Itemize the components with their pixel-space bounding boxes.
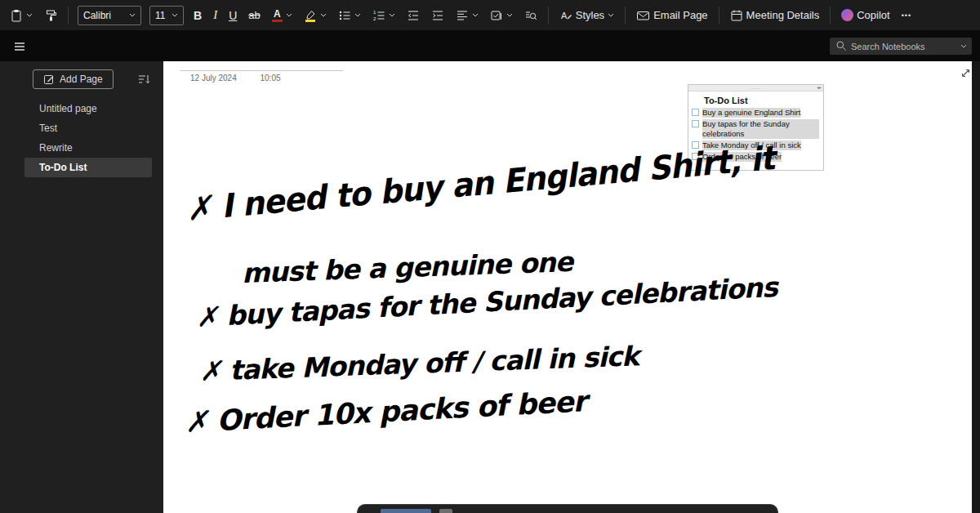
todo-checkbox[interactable] (692, 120, 699, 127)
bullet-list-icon (338, 9, 351, 22)
format-painter-icon (44, 9, 57, 22)
indent-button[interactable] (426, 4, 449, 27)
clipboard-icon (10, 9, 23, 22)
ink-toolbar-peek[interactable] (357, 504, 778, 513)
todo-item-row: Buy tapas for the Sunday celebrations (692, 119, 819, 139)
styles-icon: A (559, 9, 572, 22)
sidebar-page-item[interactable]: Test (24, 118, 152, 138)
outdent-icon (407, 9, 420, 22)
outdent-button[interactable] (402, 4, 425, 27)
email-page-button[interactable]: Email Page (631, 4, 712, 27)
onenote-app: Calibri 11 B I U ab A (0, 0, 980, 513)
todo-tag-icon (490, 9, 503, 22)
highlighter-icon (304, 9, 317, 22)
todo-item-text: Buy tapas for the Sunday celebrations (702, 119, 819, 139)
find-tags-icon (524, 9, 537, 22)
copilot-icon (841, 9, 853, 21)
sidebar-page-item[interactable]: To-Do List (24, 158, 152, 177)
chevron-down-icon (608, 13, 614, 17)
chevron-down-icon (286, 13, 292, 17)
outline-move-handle[interactable]: ∙∙∙∙ ◂▸ (688, 85, 823, 91)
styles-label: Styles (576, 9, 604, 21)
move-handle-dots-icon: ∙∙∙∙ (751, 85, 761, 91)
svg-text:A: A (561, 11, 568, 20)
pen-tool-icon[interactable] (381, 509, 431, 513)
handwritten-ink-line: ✗ Order 10x packs of beer (184, 385, 587, 439)
indent-icon (431, 9, 444, 22)
compose-icon (43, 74, 55, 85)
svg-text:2: 2 (373, 16, 376, 21)
styles-button[interactable]: A Styles (555, 4, 619, 27)
right-scroll-strip[interactable] (972, 61, 980, 513)
calendar-icon (730, 9, 743, 22)
todo-tag-button[interactable] (485, 4, 518, 27)
alignment-button[interactable] (451, 4, 483, 27)
toolbar-divider (68, 7, 69, 25)
page-date: 12 July 2024 (190, 74, 237, 83)
envelope-icon (636, 9, 650, 22)
bold-button[interactable]: B (189, 4, 207, 27)
toolbar-overflow-button[interactable]: ••• (897, 4, 916, 27)
font-color-button[interactable]: A (267, 4, 297, 27)
search-input[interactable] (830, 38, 972, 55)
page-sidebar: Add Page Untitled pageTestRewriteTo-Do L… (0, 61, 163, 513)
chevron-down-icon (389, 13, 395, 17)
toolbar-divider (625, 7, 626, 25)
handwritten-ink-line: ✗ take Monday off / call in sick (198, 340, 639, 387)
sidebar-page-item[interactable]: Untitled page (24, 99, 152, 118)
chevron-down-icon (506, 13, 513, 17)
ellipsis-icon: ••• (902, 11, 911, 20)
toolbar-divider (719, 7, 719, 25)
add-page-button[interactable]: Add Page (33, 69, 114, 89)
toolbar-divider (548, 7, 549, 25)
page-date-time: 12 July 2024 10:05 (190, 74, 281, 83)
eraser-tool-icon[interactable] (439, 509, 452, 513)
search-box[interactable] (830, 38, 972, 55)
hamburger-menu-icon (13, 40, 26, 53)
page-title-rule (180, 70, 343, 71)
italic-button[interactable]: I (208, 4, 222, 27)
svg-text:1: 1 (373, 10, 376, 15)
align-left-icon (456, 9, 469, 22)
font-size-select[interactable]: 11 (149, 6, 184, 25)
bullet-list-button[interactable] (333, 4, 366, 27)
chevron-down-icon (129, 13, 136, 17)
format-painter-button[interactable] (39, 4, 62, 27)
email-page-label: Email Page (653, 9, 707, 21)
font-family-select[interactable]: Calibri (78, 6, 141, 25)
add-page-label: Add Page (60, 74, 103, 85)
resize-arrows-icon[interactable]: ◂▸ (817, 85, 822, 91)
meeting-details-label: Meeting Details (746, 9, 820, 21)
expand-page-button[interactable] (960, 67, 972, 79)
chevron-down-icon (472, 13, 479, 17)
copilot-button[interactable]: Copilot (836, 4, 894, 27)
page-canvas[interactable]: 12 July 2024 10:05 ∙∙∙∙ ◂▸ To-Do List Bu… (163, 61, 972, 513)
handwritten-ink-line: ✗ I need to buy an England Shirt, it (185, 139, 776, 228)
chevron-down-icon (354, 13, 361, 17)
toolbar-divider (830, 7, 831, 25)
font-color-icon: A (272, 9, 283, 22)
chevron-down-icon (172, 13, 178, 17)
strikethrough-button[interactable]: ab (243, 4, 265, 27)
sidebar-page-item[interactable]: Rewrite (24, 138, 152, 158)
paste-button[interactable] (5, 4, 38, 27)
copilot-label: Copilot (857, 9, 889, 21)
page-list: Untitled pageTestRewriteTo-Do List (0, 99, 163, 177)
handwritten-ink-line: must be a genuine one (241, 246, 572, 289)
font-family-value: Calibri (83, 10, 111, 21)
formatting-toolbar: Calibri 11 B I U ab A (0, 0, 980, 31)
sort-pages-button[interactable] (137, 73, 150, 86)
font-size-value: 11 (155, 10, 165, 21)
nav-menu-button[interactable] (8, 35, 31, 58)
highlighter-button[interactable] (299, 4, 332, 27)
todo-item-row: Buy a genuine England Shirt (692, 108, 819, 118)
find-tags-button[interactable] (519, 4, 542, 27)
chevron-down-icon (26, 13, 33, 17)
page-time: 10:05 (261, 74, 281, 83)
todo-checkbox[interactable] (692, 109, 699, 116)
todo-item-text: Buy a genuine England Shirt (702, 108, 800, 118)
underline-button[interactable]: U (224, 4, 242, 27)
numbered-list-button[interactable]: 12 (368, 4, 400, 27)
chevron-down-icon (960, 44, 967, 48)
meeting-details-button[interactable]: Meeting Details (725, 4, 825, 27)
